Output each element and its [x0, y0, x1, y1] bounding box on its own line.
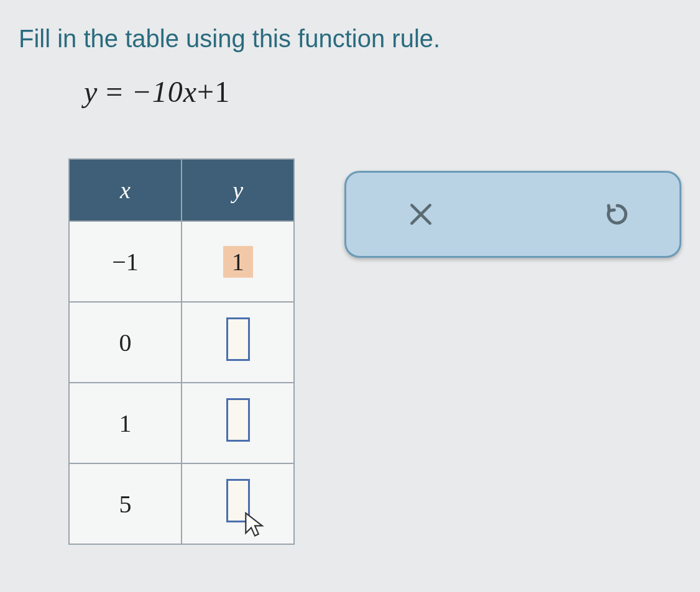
table-row: 1: [69, 383, 294, 463]
function-table: x y −1 1 0 1: [68, 158, 295, 545]
answer-input[interactable]: [226, 398, 250, 442]
clear-button[interactable]: [402, 196, 440, 233]
table-row: −1 1: [69, 221, 294, 302]
undo-icon: [602, 199, 632, 229]
col-header-y: y: [182, 159, 294, 221]
answer-input[interactable]: [226, 479, 250, 522]
answer-filled[interactable]: 1: [223, 246, 253, 278]
y-cell[interactable]: [182, 302, 294, 383]
action-toolbar: [344, 171, 681, 258]
x-cell: 5: [69, 463, 182, 544]
undo-button[interactable]: [599, 196, 636, 233]
instruction-text: Fill in the table using this function ru…: [19, 25, 681, 53]
function-rule: y = −10x+1: [84, 75, 681, 109]
x-cell: −1: [69, 221, 182, 302]
y-cell[interactable]: 1: [182, 221, 294, 302]
x-cell: 1: [69, 383, 182, 463]
answer-input[interactable]: [226, 317, 250, 361]
table-row: 0: [69, 302, 294, 383]
close-icon: [407, 201, 435, 228]
x-cell: 0: [69, 302, 182, 383]
y-cell[interactable]: [182, 463, 294, 544]
col-header-x: x: [69, 159, 182, 221]
table-row: 5: [69, 463, 294, 544]
y-cell[interactable]: [182, 383, 294, 463]
